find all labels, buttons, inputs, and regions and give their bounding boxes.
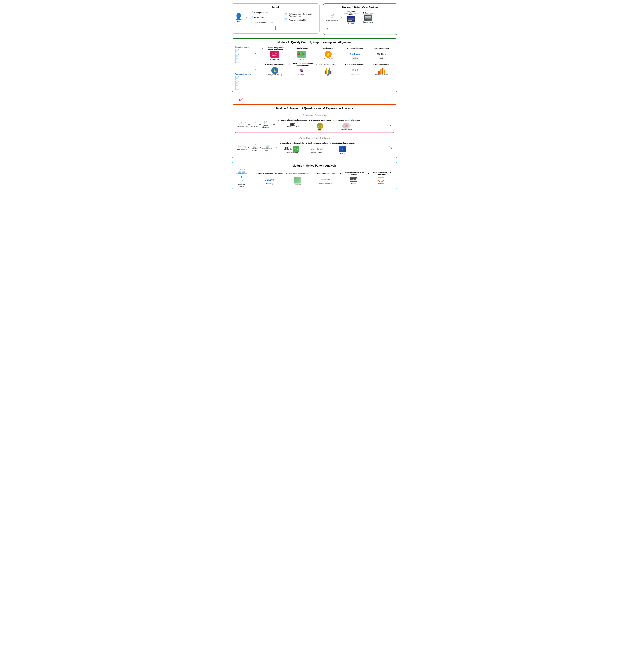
rsem-label: RSEM [318, 129, 322, 131]
ge-inputs: 📄 📄 Reference files + 📄 Alignment output… [237, 144, 272, 151]
input-files: 📄 Configuration file 📄 FASTA files 📄 Sam… [249, 11, 282, 24]
m4-step-rmats: 4. Detect alternative splicing events rM… [340, 171, 367, 185]
file-item-ref: 📄 Reference files (Genome & Transcriptom… [284, 13, 317, 17]
m1-step-alfa: C. Explore feature distribution ALFA [316, 62, 341, 76]
ge-step3-title: 3. Gene Set Enrichment Analysis [330, 141, 355, 145]
fusion-table-icon [364, 15, 372, 21]
m4-plus: + [235, 175, 249, 179]
ge-step1-title: 1. General expression analysis [280, 141, 304, 145]
m1-step-kraken: B. Check for potential sample contaminat… [289, 62, 314, 75]
user-label: User [236, 20, 241, 22]
m4-step-pjd: 5. Filter for private splice junctions P… [368, 171, 394, 185]
gsea-icon: G [339, 146, 346, 152]
m4-step3-title: 3. Catch splicing outliers [316, 171, 335, 176]
qualimap-icon: QualiMap [350, 51, 360, 57]
sample-file-icon: 📄 [249, 20, 253, 24]
star-label: STAR / OLego [323, 58, 333, 59]
module1-content: Essential steps 📄 📄 📄 Additional reports… [235, 46, 394, 90]
m1-stepB-title: B. Check for potential sample contaminat… [289, 62, 314, 66]
m1-add-orange-doc: 📄 [235, 76, 240, 80]
td-fasta: 📄 FASTA files [250, 122, 258, 127]
cufflinks-label: Cufflinks2 & Cuffdiff [286, 126, 299, 127]
module1-box: Module 1: Quality Control, Preprocessing… [232, 38, 397, 92]
ge-right-arrow: ↘ [388, 145, 392, 150]
ge-step2: 2. Catch expression outliers OUTRIDER DR… [306, 141, 328, 153]
m1-blue-doc: 📄 [235, 58, 240, 63]
m1-to-m3-arrow: ↙ [232, 96, 397, 103]
qualimap-label: QualiMap [351, 57, 358, 59]
pjd-icon [378, 176, 384, 183]
deseq2-icon: DESeq2 [293, 146, 299, 152]
ge-ref-files: 📄 📄 Reference files [237, 145, 247, 150]
rmats-label: rMATS [351, 183, 356, 185]
cufflinks-icon [290, 123, 295, 126]
m1-add-green-doc: 📄 [235, 80, 240, 85]
trimmomatic-label: Trimmomatic [270, 58, 280, 60]
alignment-output: 📄 Alignment output [326, 14, 338, 21]
kallisto-icon: 🧠 [342, 123, 351, 129]
rmats-icon [350, 176, 357, 183]
m4-step4-title: 4. Detect alternative splicing events [340, 171, 367, 176]
m1-additional-row: →→ A. Analyze strandedness 🐍 check_stran… [252, 62, 394, 76]
td-step-rsem: B: Expectation maximisation E→M RSEM [309, 118, 331, 131]
ref-files-input: 📄 Reference files (Genome & Transcriptom… [284, 13, 317, 22]
gene-expression-section: Gene Expression Analysis 📄 📄 Reference f… [235, 135, 394, 156]
fusion-table-label: Fusion Table [363, 21, 373, 23]
ge-align: 📄 Alignment output [250, 144, 259, 151]
m1-stepE-title: E. Alignment statistics [373, 62, 391, 66]
input-arrow: → [244, 16, 248, 20]
gene-file-icon: 📄 [284, 18, 287, 22]
gene-annot-label: Gene annotation file [288, 19, 305, 21]
td-arrow: → [272, 122, 276, 126]
m1-essential-docs: 📄 📄 📄 [235, 49, 251, 63]
deeptools-label: DeepTools - PCA [350, 73, 360, 75]
module2-box: Module 2: Detect Gene Fusions 📄 Alignmen… [323, 3, 397, 35]
leafcutter-label: Leafcutter [294, 184, 301, 186]
td-row: 📄 📄 Reference files + 📄 FASTA files + 📄 … [237, 118, 392, 131]
alfa-icon [325, 67, 331, 74]
multiqc-icon: MultiQC [377, 51, 386, 57]
python-icon: 🐍 [271, 67, 278, 74]
m4-ref-files: 📄 📄 Reference files [235, 169, 249, 174]
m1-essential-arrow: →→ [253, 51, 260, 55]
m2-step1-label: 1. Candidate ranking for fusion events [344, 10, 358, 16]
m1-step-fastqc: 2. Quality Control FastQC [289, 46, 314, 60]
ge-step3-label: GSEA [340, 152, 345, 154]
ge-plus1: + [248, 146, 249, 149]
m1-additional-label-section: Additional reports 📄 📄 📄 [235, 69, 251, 90]
user-figure: 👤 User [235, 13, 243, 22]
multiqc-label: MultiQC [379, 57, 385, 59]
config-label: Configuration file [254, 11, 269, 14]
ref-file-icon: 📄 [284, 13, 287, 17]
rsem-icon: E→M [317, 123, 323, 129]
ge-step2-title: 2. Catch expression outliers [306, 141, 328, 145]
fasta-label: FASTA files [254, 17, 264, 19]
m4-step5-title: 5. Filter for private splice junctions [368, 171, 394, 176]
leafcutter-icon: 🍂 [294, 176, 301, 184]
td-step-b-title: B: Expectation maximisation [309, 118, 331, 122]
m1-step-multiqc: 5. Overview report MultiQC MultiQC [369, 46, 394, 59]
kraken-label: Kraken2 [298, 73, 304, 75]
m1-step-qualimap: 4. Assess alignment QualiMap QualiMap [342, 46, 368, 59]
fastqc-label: FastQC [299, 58, 304, 60]
m4-inputs: 📄 📄 Reference files + 📄 Alignment output [235, 169, 249, 187]
outrider-icon: OUTRIDER [311, 146, 323, 152]
td-steps: A: Recover minimal set of transcripts [278, 118, 386, 131]
m1-essential-row: →→ 1. Adaptor & Low-quality sequence tri… [252, 46, 394, 60]
m1-essential-label: Essential steps [235, 46, 251, 48]
m4-step2-title: 2. Detect differential splicing [286, 171, 308, 176]
m1-stepD-title: D. Alignment-based PCA [345, 62, 364, 66]
m1-step-trimmomatic: 1. Adaptor & Low-quality sequence trimmi… [262, 46, 287, 60]
td-plus2: + [259, 123, 260, 126]
m2-step2-label: 2. Summarize [363, 12, 373, 14]
m4-align: 📄 Alignment output [235, 180, 249, 187]
pink-curve-arrow-icon: ↙ [238, 96, 244, 103]
m4-step-dexseq: 1. Analyze differential exon usage DEXSe… [256, 171, 283, 185]
samtools-icon [378, 67, 385, 74]
ref-label: Reference files (Genome & Transcriptome) [288, 13, 317, 17]
m1-stepA-title: A. Analyze strandedness [265, 62, 284, 66]
input-box: Input 👤 User → 📄 Configuration file 📄 FA… [232, 3, 320, 33]
deeptools-icon [352, 67, 358, 73]
m4-arrow: → [251, 176, 254, 180]
ge-arrow: → [274, 145, 278, 149]
